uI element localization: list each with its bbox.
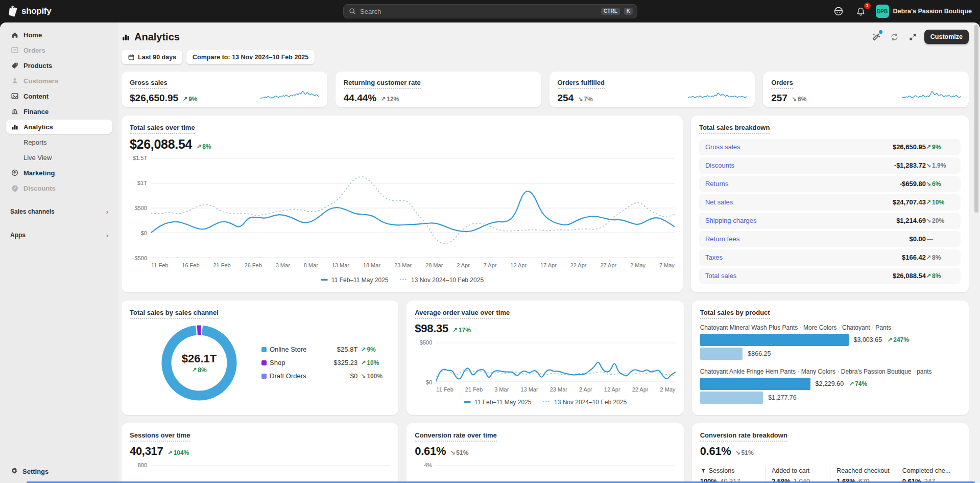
product-bar-previous[interactable]	[700, 348, 743, 360]
total-sales-over-time-card: Total sales over time $26,088.54 ↗8% $1.…	[122, 116, 683, 292]
orders-icon	[10, 45, 19, 55]
legend-previous-period: •••13 Nov 2024–10 Feb 2025	[400, 277, 484, 284]
x-axis: 11 Feb21 Feb3 Mar13 Mar23 Mar2 Apr12 Apr…	[436, 386, 675, 393]
sparkline-gross-sales	[260, 87, 319, 101]
aov-title: Average order value over time	[415, 309, 510, 319]
breakdown-link[interactable]: Net sales	[705, 198, 893, 206]
breakdown-row: Shipping charges$1,214.69↘20%	[699, 213, 961, 229]
products-title: Total sales by product	[700, 309, 770, 319]
chart-hero-value: $26,088.54	[130, 137, 192, 152]
conversion-delta: ↘51%	[450, 449, 468, 456]
metric-card-gross-sales[interactable]: Gross sales $26,650.95 ↗9%	[122, 72, 327, 107]
analytics-title-icon	[122, 33, 130, 41]
legend-previous-period: •••13 Nov 2024–10 Feb 2025	[543, 399, 627, 406]
sidebar-section-sales-channels[interactable]: Sales channels ›	[6, 204, 112, 219]
breakdown-link[interactable]: Gross sales	[705, 143, 893, 151]
solid-line-swatch	[321, 279, 328, 281]
sidebar-item-orders[interactable]: Orders	[6, 43, 112, 57]
sidebar-item-finance[interactable]: Finance	[6, 104, 112, 119]
dotted-line-swatch: •••	[400, 278, 408, 282]
breakdown-link[interactable]: Discounts	[705, 162, 894, 169]
product-bar-current[interactable]	[700, 334, 849, 346]
kbd-ctrl: CTRL	[601, 8, 620, 15]
sessions-over-time-card: Sessions over time 40,317 ↗104% 80060040…	[122, 423, 398, 483]
calendar-icon	[128, 54, 135, 61]
sidebar-section-apps[interactable]: Apps ›	[6, 228, 112, 242]
compare-range-button[interactable]: Compare to: 13 Nov 2024–10 Feb 2025	[186, 50, 315, 64]
sidebar-item-marketing[interactable]: Marketing	[6, 166, 112, 180]
channel-legend-row: Draft Orders $0 ↘100%	[261, 370, 388, 383]
breakdown-link[interactable]: Taxes	[705, 254, 902, 261]
breakdown-row: Discounts-$1,283.72↘1.9%	[699, 157, 961, 174]
assistant-icon	[833, 6, 844, 16]
funnel-step-completed-checkout: Completed che... 0.61%247	[896, 466, 961, 483]
sessions-value: 40,317	[130, 445, 163, 458]
sidebar-item-products[interactable]: Products	[6, 58, 112, 73]
aov-plot[interactable]	[436, 342, 675, 382]
sidebar-item-customers[interactable]: Customers	[6, 74, 112, 88]
breakdown-row: Net sales$24,707.43↗10%	[699, 194, 961, 211]
aov-value: $98.35	[415, 322, 448, 335]
conversion-value: 0.61%	[415, 445, 446, 458]
scrollbar-thumb[interactable]	[974, 25, 978, 213]
store-menu[interactable]: DPB Debra's Passion Boutique	[876, 5, 972, 18]
breakdown-link[interactable]: Shipping charges	[705, 217, 896, 224]
product-bar-current[interactable]	[700, 378, 810, 390]
refresh-icon	[890, 33, 899, 41]
breakdown-link[interactable]: Total sales	[705, 272, 893, 280]
shop-swatch	[261, 360, 267, 365]
product-row: Chatoyant Mineral Wash Plus Pants - More…	[700, 324, 961, 360]
magic-insights-button[interactable]	[869, 30, 883, 44]
products-tag-icon	[10, 61, 19, 70]
sessions-title: Sessions over time	[130, 431, 190, 442]
search-bar[interactable]: CTRL K	[343, 4, 637, 18]
conversion-plot[interactable]	[436, 465, 675, 483]
total-sales-plot[interactable]	[151, 158, 675, 258]
total-sales-breakdown-card: Total sales breakdown Gross sales$26,650…	[691, 116, 969, 292]
search-input[interactable]	[360, 8, 597, 15]
customize-button[interactable]: Customize	[924, 30, 969, 44]
sidebar-item-home[interactable]: Home	[6, 28, 112, 42]
legend-current-period: 11 Feb–11 May 2025	[464, 399, 532, 406]
x-axis: 11 Feb16 Feb21 Feb26 Feb3 Mar8 Mar13 Mar…	[151, 262, 675, 268]
date-range-button[interactable]: Last 90 days	[122, 50, 182, 64]
chevron-right-icon: ›	[106, 232, 108, 239]
aov-over-time-card: Average order value over time $98.35 ↗17…	[407, 301, 683, 415]
sidebar-item-content[interactable]: Content	[6, 89, 112, 103]
main-content: Analytics Customize Last 90 days	[118, 22, 980, 483]
sidekick-assistant-button[interactable]	[831, 4, 846, 19]
metric-card-orders-fulfilled[interactable]: Orders fulfilled 254 ↘7%	[549, 72, 755, 107]
donut-chart[interactable]: $26.1T ↗8%	[159, 323, 239, 403]
metric-card-orders[interactable]: Orders 257 ↘6%	[763, 72, 969, 107]
sidebar-item-discounts[interactable]: Discounts	[6, 181, 112, 195]
refresh-button[interactable]	[888, 30, 902, 44]
chart-title: Total sales over time	[130, 124, 195, 134]
donut-center-delta: ↗8%	[192, 366, 206, 374]
breakdown-row: Gross sales$26,650.95↗9%	[699, 139, 961, 155]
finance-bank-icon	[10, 107, 19, 116]
notifications-button[interactable]: 1	[853, 4, 869, 19]
donut-center-value: $26.1T	[182, 352, 217, 365]
metric-card-returning-rate[interactable]: Returning customer rate 44.44% ↗12%	[336, 72, 541, 107]
expand-icon	[909, 33, 917, 41]
shopify-logo[interactable]: shopify	[7, 5, 119, 17]
product-bar-previous[interactable]	[700, 392, 763, 404]
sidebar-item-live-view[interactable]: Live View	[6, 150, 112, 165]
sessions-delta: ↗104%	[168, 449, 189, 456]
breakdown-link[interactable]: Returns	[705, 180, 900, 188]
breakdown-link[interactable]: Return fees	[705, 235, 909, 243]
funnel-step-added-to-cart: Added to cart 2.58%1,040	[765, 466, 830, 483]
logo-wordmark: shopify	[21, 6, 51, 16]
fullscreen-button[interactable]	[906, 30, 920, 44]
aov-delta: ↗17%	[452, 327, 471, 334]
sidebar-item-settings[interactable]: Settings	[6, 464, 112, 479]
sessions-plot[interactable]	[151, 465, 390, 483]
sales-by-product-card: Total sales by product Chatoyant Mineral…	[692, 301, 969, 415]
store-avatar: DPB	[876, 5, 889, 18]
sidebar-item-analytics[interactable]: Analytics	[6, 120, 112, 134]
metric-value: 257	[771, 93, 787, 104]
sidebar-item-reports[interactable]: Reports	[6, 135, 112, 149]
notification-badge: 1	[864, 3, 871, 9]
metric-title: Orders fulfilled	[558, 79, 605, 89]
draft-orders-swatch	[261, 374, 267, 379]
